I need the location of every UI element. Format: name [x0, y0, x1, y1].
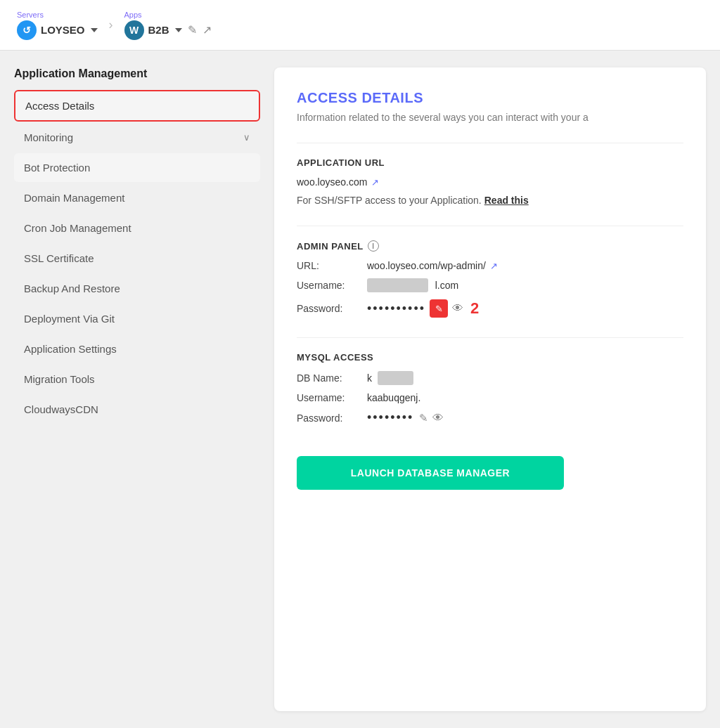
url-row: woo.loyseo.com ↗: [297, 176, 683, 188]
sidebar-item-label: Cron Job Management: [24, 222, 131, 234]
sidebar-item-access-details[interactable]: Access Details: [14, 90, 260, 122]
app-name: B2B: [148, 24, 169, 36]
launch-database-manager-button[interactable]: LAUNCH DATABASE MANAGER: [297, 456, 564, 490]
main-layout: Application Management Access Details Mo…: [0, 51, 720, 728]
server-icon: ↺: [17, 20, 37, 40]
admin-password-value: •••••••••• ✎ 👁 2: [367, 299, 479, 318]
sidebar-item-label: Access Details: [25, 100, 94, 112]
sidebar-item-monitoring[interactable]: Monitoring ∨: [14, 123, 260, 152]
sidebar-item-backup[interactable]: Backup And Restore: [14, 274, 260, 303]
sidebar-item-ssl[interactable]: SSL Certificate: [14, 244, 260, 273]
sidebar-item-label: SSL Certificate: [24, 252, 94, 264]
db-username-value: kaabuqgenj.: [367, 392, 420, 403]
db-password-eye-icon[interactable]: 👁: [432, 412, 444, 424]
db-password-dots: ••••••••: [367, 410, 413, 425]
admin-username-value: l.com: [367, 278, 458, 292]
username-blurred: [367, 278, 428, 292]
db-password-edit-icon[interactable]: ✎: [419, 412, 428, 424]
wordpress-icon: W: [124, 20, 144, 40]
admin-url-value: woo.loyseo.com/wp-admin/ ↗: [367, 260, 498, 271]
admin-panel-info-icon[interactable]: i: [368, 240, 379, 252]
server-name: LOYSEO: [41, 24, 85, 36]
divider-3: [297, 337, 683, 338]
admin-panel-title: ADMIN PANEL i: [297, 240, 683, 252]
content-wrapper: 1 ACCESS DETAILS Information related to …: [297, 90, 683, 490]
access-details-title: ACCESS DETAILS: [297, 90, 683, 106]
apps-section: Apps W B2B ✎ ↗: [124, 11, 212, 40]
sidebar-item-label: Migration Tools: [24, 373, 95, 385]
db-name-label: DB Name:: [297, 372, 367, 384]
sidebar-item-app-settings[interactable]: Application Settings: [14, 334, 260, 363]
app-url-value: woo.loyseo.com: [297, 176, 367, 188]
sidebar-item-cron-job[interactable]: Cron Job Management: [14, 214, 260, 242]
app-url-title: APPLICATION URL: [297, 157, 683, 168]
servers-label: Servers: [17, 11, 98, 19]
app-dropdown-icon[interactable]: [175, 28, 182, 32]
sidebar-item-deployment[interactable]: Deployment Via Git: [14, 304, 260, 333]
apps-label: Apps: [124, 11, 212, 19]
db-password-label: Password:: [297, 412, 367, 424]
ssh-text: For SSH/SFTP access to your Application.: [297, 195, 482, 206]
content-panel: 1 ACCESS DETAILS Information related to …: [274, 67, 706, 711]
db-name-row: DB Name: k: [297, 371, 683, 385]
admin-password-edit-button[interactable]: ✎: [430, 299, 448, 318]
admin-password-row: Password: •••••••••• ✎ 👁 2: [297, 299, 683, 318]
admin-password-dots: ••••••••••: [367, 301, 425, 316]
sidebar-item-label: Monitoring: [24, 131, 73, 143]
sidebar-item-label: Deployment Via Git: [24, 313, 115, 325]
sidebar-item-label: Application Settings: [24, 343, 117, 355]
db-name-value: k: [367, 371, 413, 385]
sidebar-item-label: Bot Protection: [24, 162, 90, 174]
divider: [297, 143, 683, 143]
sidebar-item-migration[interactable]: Migration Tools: [14, 365, 260, 394]
server-section: Servers ↺ LOYSEO: [17, 11, 98, 40]
header: Servers ↺ LOYSEO › Apps W B2B ✎ ↗: [0, 0, 720, 51]
mysql-title: MYSQL ACCESS: [297, 352, 683, 363]
db-password-value: •••••••• ✎ 👁: [367, 410, 444, 425]
admin-url-row: URL: woo.loyseo.com/wp-admin/ ↗: [297, 260, 683, 271]
sidebar-item-label: Backup And Restore: [24, 282, 120, 294]
server-dropdown-icon[interactable]: [91, 28, 98, 32]
db-username-row: Username: kaabuqgenj.: [297, 392, 683, 403]
admin-username-row: Username: l.com: [297, 278, 683, 292]
admin-url-external-link-icon[interactable]: ↗: [490, 261, 498, 271]
admin-username-label: Username:: [297, 280, 367, 291]
divider-2: [297, 226, 683, 226]
sidebar-item-cdn[interactable]: CloudwaysCDN: [14, 395, 260, 424]
read-this-link[interactable]: Read this: [484, 195, 529, 206]
sidebar-item-bot-protection[interactable]: Bot Protection: [14, 153, 260, 182]
app-url-section: APPLICATION URL woo.loyseo.com ↗ For SSH…: [297, 157, 683, 206]
access-details-desc: Information related to the several ways …: [297, 112, 683, 123]
chevron-down-icon: ∨: [243, 132, 250, 143]
sidebar-item-label: Domain Management: [24, 192, 124, 204]
sidebar-item-domain-management[interactable]: Domain Management: [14, 183, 260, 212]
step-2-badge: 2: [470, 299, 479, 318]
external-link-app-icon[interactable]: ↗: [202, 23, 212, 37]
db-name-blurred: [378, 371, 413, 385]
breadcrumb-divider: ›: [109, 18, 113, 32]
db-password-row: Password: •••••••• ✎ 👁: [297, 410, 683, 425]
app-url-external-link-icon[interactable]: ↗: [371, 177, 379, 188]
mysql-section: MYSQL ACCESS DB Name: k Username: kaabuq…: [297, 352, 683, 425]
admin-password-label: Password:: [297, 303, 367, 314]
db-username-label: Username:: [297, 392, 367, 403]
admin-url-label: URL:: [297, 260, 367, 271]
server-row: ↺ LOYSEO: [17, 20, 98, 40]
edit-app-icon[interactable]: ✎: [188, 23, 197, 37]
app-row: W B2B ✎ ↗: [124, 20, 212, 40]
admin-panel-section: ADMIN PANEL i URL: woo.loyseo.com/wp-adm…: [297, 240, 683, 318]
sidebar-item-label: CloudwaysCDN: [24, 403, 98, 415]
ssh-row: For SSH/SFTP access to your Application.…: [297, 195, 683, 206]
sidebar: Application Management Access Details Mo…: [14, 67, 274, 711]
sidebar-title: Application Management: [14, 67, 260, 80]
username-suffix: l.com: [435, 280, 458, 291]
admin-password-eye-icon[interactable]: 👁: [452, 302, 463, 315]
